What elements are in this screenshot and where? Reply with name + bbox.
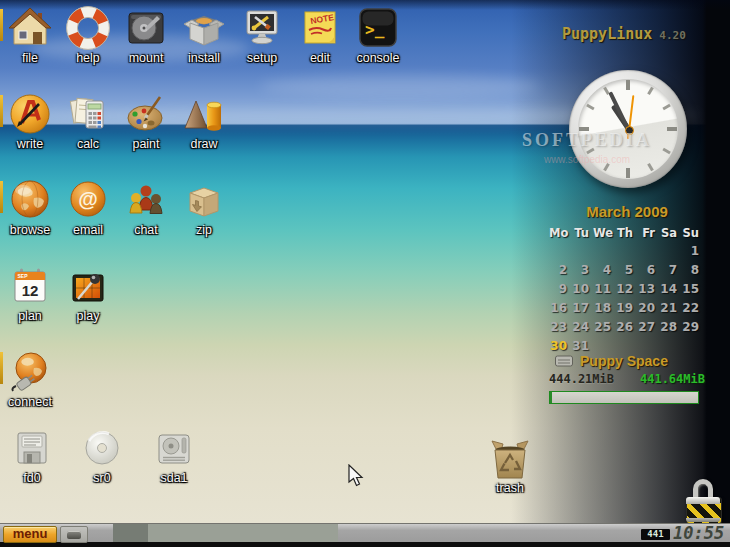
calculator-icon: [66, 92, 110, 136]
free-space-badge[interactable]: 441: [641, 529, 670, 540]
desktop-icon-paint[interactable]: paint: [118, 92, 174, 151]
calendar-day: 26: [615, 318, 637, 337]
drive-icon: [67, 531, 81, 539]
icon-label: draw: [176, 137, 232, 151]
mouse-cursor: [348, 464, 364, 492]
calendar-day: 8: [681, 261, 703, 280]
desktop-icon-write[interactable]: write: [2, 92, 58, 151]
calendar-day: 12: [615, 280, 637, 299]
terminal-icon: >_: [356, 6, 400, 50]
lock-band: [686, 497, 720, 504]
calendar-day-header: We: [593, 225, 615, 242]
taskbar: menu 441 10:55: [0, 523, 730, 542]
menu-button[interactable]: menu: [3, 526, 57, 543]
calendar-day: 7: [659, 261, 681, 280]
desktop-icon-fd0[interactable]: fd0: [4, 426, 60, 485]
icon-label: sr0: [74, 471, 130, 485]
icon-label: calc: [60, 137, 116, 151]
desktop-icon-connect[interactable]: connect: [2, 350, 58, 409]
clock-tick: [586, 104, 594, 111]
lifebuoy-icon: [66, 6, 110, 50]
space-total: 444.21MiB: [549, 372, 614, 386]
icon-label: sda1: [146, 471, 202, 485]
calendar-day: 11: [593, 280, 615, 299]
calendar-day: 24: [571, 318, 593, 337]
space-usage-fill: [550, 392, 552, 403]
floppy-icon: [10, 426, 54, 470]
icon-label: mount: [118, 51, 174, 65]
clock-tick: [662, 104, 670, 111]
trash-box-icon: [486, 436, 534, 480]
icon-label: email: [60, 223, 116, 237]
desktop-icon-setup[interactable]: setup: [234, 6, 290, 65]
calendar-day: [615, 242, 637, 261]
desktop-icon-chat[interactable]: chat: [118, 178, 174, 237]
drive-tray-button[interactable]: [60, 526, 88, 543]
prompt-glyph: >_: [365, 20, 385, 39]
icon-label: play: [60, 309, 116, 323]
desktop-icon-draw[interactable]: draw: [176, 92, 232, 151]
desktop-icon-help[interactable]: help: [60, 6, 116, 65]
calendar-day: 1: [681, 242, 703, 261]
desktop-icon-mount[interactable]: mount: [118, 6, 174, 65]
lock-icon[interactable]: [686, 479, 720, 522]
hard-disk-icon: [124, 6, 168, 50]
calendar-day: 21: [659, 299, 681, 318]
os-branding: PuppyLinux4.20: [562, 24, 686, 43]
desktop-icon-browse[interactable]: browse: [2, 178, 58, 237]
desktop-icon-edit[interactable]: NOTE edit: [292, 6, 348, 65]
calendar-title: March 2009: [549, 203, 705, 220]
icon-label: file: [2, 51, 58, 65]
desktop-icon-trash[interactable]: trash: [482, 436, 538, 495]
calendar-day: 4: [593, 261, 615, 280]
calendar-day: 17: [571, 299, 593, 318]
puppy-space-widget: Puppy Space 444.21MiB 441.64MiB: [549, 353, 705, 404]
space-usage-bar: [549, 391, 699, 404]
desktop-icon-sda1[interactable]: sda1: [146, 426, 202, 485]
monitor-tools-icon: [240, 6, 284, 50]
icon-label: zip: [176, 223, 232, 237]
icon-label: browse: [2, 223, 58, 237]
desktop-icon-sr0[interactable]: sr0: [74, 426, 130, 485]
analog-clock-widget: [569, 70, 687, 188]
os-version: 4.20: [659, 29, 686, 42]
palette-icon: [124, 92, 168, 136]
house-icon: [8, 6, 52, 50]
calendar-day-header: Th: [615, 225, 637, 242]
desktop-icon-plan[interactable]: SEP 12 plan: [2, 264, 58, 323]
calendar-day: 27: [637, 318, 659, 337]
calendar-day: 29: [681, 318, 703, 337]
desktop-icon-zip[interactable]: zip: [176, 178, 232, 237]
calendar-day: 15: [681, 280, 703, 299]
clock-tick: [603, 163, 610, 171]
drive-icon: [152, 426, 196, 470]
desktop-icon-email[interactable]: @ email: [60, 178, 116, 237]
taskbar-segment: [148, 524, 338, 542]
icon-label: plan: [2, 309, 58, 323]
clock-tick: [579, 127, 589, 131]
archive-box-icon: [182, 178, 226, 222]
media-player-icon: [66, 264, 110, 308]
cloud: [260, 75, 540, 97]
icon-label: console: [350, 51, 406, 65]
desktop-icon-play[interactable]: play: [60, 264, 116, 323]
desktop-icon-file[interactable]: file: [2, 6, 58, 65]
calendar-day: 5: [615, 261, 637, 280]
calendar-day-header: Tu: [571, 225, 593, 242]
desktop-icon-calc[interactable]: calc: [60, 92, 116, 151]
clock-tick: [626, 80, 630, 90]
shapes-icon: [182, 92, 226, 136]
word-processor-icon: [8, 92, 52, 136]
calendar-day: 23: [549, 318, 571, 337]
cd-disc-icon: [80, 426, 124, 470]
people-icon: [124, 178, 168, 222]
desktop-icon-install[interactable]: install: [176, 6, 232, 65]
calendar-day: 10: [571, 280, 593, 299]
calendar-day: [593, 242, 615, 261]
minute-hand: [608, 91, 630, 130]
calendar-day: 3: [571, 261, 593, 280]
open-box-icon: [182, 6, 226, 50]
clock-tick: [662, 148, 670, 155]
icon-label: paint: [118, 137, 174, 151]
desktop-icon-console[interactable]: >_ console: [350, 6, 406, 65]
